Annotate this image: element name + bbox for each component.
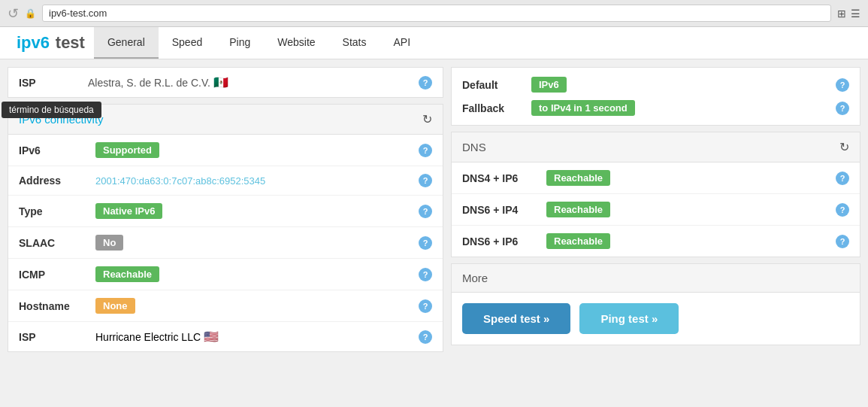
address-row-value: 2001:470:da63:0:7c07:ab8c:6952:5345 xyxy=(95,175,410,187)
tab-website[interactable]: Website xyxy=(264,27,328,59)
hostname-info-icon[interactable]: ? xyxy=(419,299,432,313)
default-value: IPv6 xyxy=(531,77,827,93)
icmp-row-label: ICMP xyxy=(19,269,86,281)
logo-ipv6: ipv6 xyxy=(17,33,50,52)
isp-info-icon[interactable]: ? xyxy=(419,76,432,90)
ping-test-button[interactable]: Ping test » xyxy=(579,303,679,334)
dns6-ip4-info-icon[interactable]: ? xyxy=(836,203,849,217)
dns-card: DNS ↻ DNS4 + IP6 Reachable ? DNS6 + IP4 … xyxy=(451,132,860,257)
ipv6-info-icon[interactable]: ? xyxy=(419,144,432,157)
right-panel: Default IPv6 ? Fallback to IPv4 in 1 sec… xyxy=(443,67,860,398)
slaac-info-icon[interactable]: ? xyxy=(419,236,432,250)
dns6-ip4-value: Reachable xyxy=(546,202,827,217)
slaac-row-value: No xyxy=(95,235,410,251)
refresh-icon[interactable]: ↻ xyxy=(422,112,432,126)
ipv6-row: IPv6 Supported ? xyxy=(8,135,443,166)
type-row-value: Native IPv6 xyxy=(95,203,410,219)
menu-icon[interactable]: ☰ xyxy=(851,8,860,20)
ipv6-supported-badge: Supported xyxy=(95,142,159,158)
fallback-info-icon[interactable]: ? xyxy=(836,102,849,115)
tab-stats[interactable]: Stats xyxy=(329,27,380,59)
isp-label: ISP xyxy=(19,77,79,89)
hostname-row: Hostname None ? xyxy=(8,290,443,322)
dns4-ip6-label: DNS4 + IP6 xyxy=(462,172,537,184)
tab-api[interactable]: API xyxy=(380,27,425,59)
card-isp-flag: 🇺🇸 xyxy=(204,330,219,343)
logo-test: test xyxy=(56,33,85,52)
dns-title: DNS xyxy=(462,141,486,153)
icmp-row-value: Reachable xyxy=(95,266,410,282)
isp-flag: 🇲🇽 xyxy=(213,76,228,89)
speed-test-button[interactable]: Speed test » xyxy=(462,303,570,334)
grid-icon[interactable]: ⊞ xyxy=(837,8,846,20)
nav-tabs: General Speed Ping Website Stats API xyxy=(94,27,424,59)
dns-header: DNS ↻ xyxy=(452,132,860,162)
dns-rows: DNS4 + IP6 Reachable ? DNS6 + IP4 Reacha… xyxy=(452,162,860,257)
browser-chrome: ↺ 🔒 ipv6-test.com ⊞ ☰ xyxy=(0,0,868,27)
dns4-ip6-row: DNS4 + IP6 Reachable ? xyxy=(452,162,860,194)
type-info-icon[interactable]: ? xyxy=(419,205,432,218)
default-row: Default IPv6 ? xyxy=(462,77,849,93)
dns4-ip6-badge: Reachable xyxy=(546,170,610,186)
fallback-label: Fallback xyxy=(462,102,522,114)
dns6-ip4-row: DNS6 + IP4 Reachable ? xyxy=(452,194,860,226)
ipv6-row-label: IPv6 xyxy=(19,144,86,156)
isp-row: ISP Alestra, S. de R.L. de C.V. 🇲🇽 ? xyxy=(8,67,443,98)
fallback-row: Fallback to IPv4 in 1 second ? xyxy=(462,100,849,116)
dns-refresh-icon[interactable]: ↻ xyxy=(839,140,849,154)
lock-icon: 🔒 xyxy=(25,8,36,19)
card-rows: IPv6 Supported ? Address 2001:470:da63:0… xyxy=(8,135,443,351)
dns6-ip4-label: DNS6 + IP4 xyxy=(462,204,537,216)
hostname-row-label: Hostname xyxy=(19,300,86,312)
main-content: ISP Alestra, S. de R.L. de C.V. 🇲🇽 ? IPv… xyxy=(0,59,868,405)
fallback-badge: to IPv4 in 1 second xyxy=(531,100,635,116)
ipv6-row-value: Supported xyxy=(95,142,410,158)
site-logo: ipv6 test xyxy=(8,27,94,59)
tab-general[interactable]: General xyxy=(94,27,159,59)
connectivity-card: IPv6 connectivity ↻ IPv6 Supported ? Add… xyxy=(8,104,443,352)
dns6-ip4-badge: Reachable xyxy=(546,202,610,217)
card-isp-value: Hurricane Electric LLC 🇺🇸 xyxy=(95,330,410,344)
default-badge: IPv6 xyxy=(531,77,567,93)
type-badge: Native IPv6 xyxy=(95,203,162,219)
slaac-badge: No xyxy=(95,235,123,251)
dns6-ip6-label: DNS6 + IP6 xyxy=(462,235,537,248)
type-row: Type Native IPv6 ? xyxy=(8,196,443,227)
browser-icons: ⊞ ☰ xyxy=(837,8,860,20)
default-label: Default xyxy=(462,79,522,91)
type-row-label: Type xyxy=(19,205,86,217)
more-header: More xyxy=(452,264,860,293)
slaac-row: SLAAC No ? xyxy=(8,227,443,259)
tooltip-popup: término de búsqueda xyxy=(2,102,101,118)
dns4-ip6-info-icon[interactable]: ? xyxy=(836,172,849,185)
icmp-info-icon[interactable]: ? xyxy=(419,268,432,281)
more-buttons: Speed test » Ping test » xyxy=(452,293,860,345)
isp-value: Alestra, S. de R.L. de C.V. 🇲🇽 xyxy=(88,75,410,90)
dns6-ip6-badge: Reachable xyxy=(546,233,610,249)
fallback-value: to IPv4 in 1 second xyxy=(531,100,827,116)
dns6-ip6-value: Reachable xyxy=(546,233,827,249)
icmp-row: ICMP Reachable ? xyxy=(8,259,443,290)
hostname-badge: None xyxy=(95,298,135,314)
back-button[interactable]: ↺ xyxy=(8,5,19,22)
card-isp-label: ISP xyxy=(19,331,86,343)
address-row-label: Address xyxy=(19,175,86,187)
hostname-row-value: None xyxy=(95,298,410,314)
default-fallback-card: Default IPv6 ? Fallback to IPv4 in 1 sec… xyxy=(451,67,860,126)
icmp-badge: Reachable xyxy=(95,266,159,282)
dns6-ip6-info-icon[interactable]: ? xyxy=(836,235,849,248)
logo-dot xyxy=(50,32,56,55)
address-info-icon[interactable]: ? xyxy=(419,174,432,187)
default-info-icon[interactable]: ? xyxy=(836,78,849,92)
dns6-ip6-row: DNS6 + IP6 Reachable ? xyxy=(452,226,860,257)
site-nav: ipv6 test General Speed Ping Website Sta… xyxy=(0,27,868,59)
dns4-ip6-value: Reachable xyxy=(546,170,827,186)
address-bar[interactable]: ipv6-test.com xyxy=(42,5,831,22)
card-isp-row: ISP Hurricane Electric LLC 🇺🇸 ? xyxy=(8,322,443,351)
address-row: Address 2001:470:da63:0:7c07:ab8c:6952:5… xyxy=(8,166,443,196)
tab-ping[interactable]: Ping xyxy=(216,27,264,59)
more-card: More Speed test » Ping test » xyxy=(451,263,860,345)
card-isp-info-icon[interactable]: ? xyxy=(419,330,432,344)
tab-speed[interactable]: Speed xyxy=(159,27,216,59)
slaac-row-label: SLAAC xyxy=(19,237,86,249)
